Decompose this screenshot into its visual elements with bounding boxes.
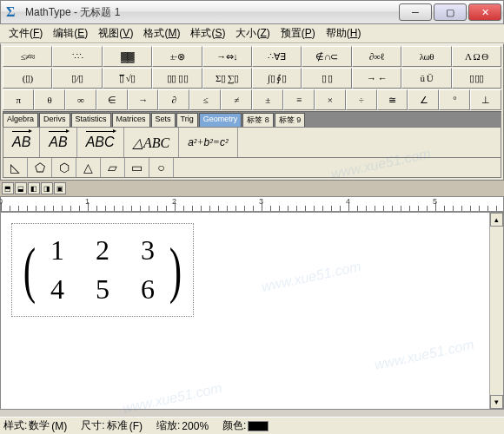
shape-button[interactable]: △ — [76, 158, 101, 177]
maximize-button[interactable]: ▢ — [434, 3, 467, 21]
shape-button[interactable]: ○ — [149, 158, 174, 177]
symbol-cell[interactable]: ±·⊗ — [152, 46, 202, 67]
symbol-cell[interactable]: ∴∀∃ — [252, 46, 302, 67]
matrix-cell[interactable]: 2 — [96, 234, 109, 266]
shape-button[interactable]: ◺ — [3, 158, 28, 177]
symbol-cell[interactable]: ∫▯ ∮▯ — [252, 68, 302, 89]
symbol-cell[interactable]: ± — [252, 89, 283, 110]
scroll-up-button[interactable]: ▴ — [490, 213, 503, 227]
symbol-cell[interactable]: Λ Ω Θ — [452, 46, 501, 67]
symbol-cell[interactable]: ∞ — [65, 89, 96, 110]
tab-标签 8[interactable]: 标签 8 — [242, 113, 274, 127]
tab-algebra[interactable]: Algebra — [3, 113, 38, 127]
symbol-cell[interactable]: ≤≠≈ — [3, 46, 52, 67]
tab-标签 9[interactable]: 标签 9 — [275, 113, 306, 127]
tab-geometry[interactable]: Geometry — [199, 113, 242, 127]
matrix: ( 123456 ) — [19, 227, 186, 312]
equation-selection[interactable]: ( 123456 ) — [11, 223, 194, 317]
app-icon: Σ — [6, 4, 22, 20]
extra-btn[interactable]: ◨ — [41, 182, 53, 194]
symbol-cell[interactable]: ≠ — [221, 89, 252, 110]
close-button[interactable]: ✕ — [468, 3, 501, 21]
ruler: 012345 — [0, 196, 504, 212]
matrix-cell[interactable]: 4 — [50, 273, 64, 306]
menu-v[interactable]: 视图(V) — [93, 24, 138, 43]
template-button[interactable]: a²+b²=c² — [179, 128, 237, 157]
vertical-scrollbar[interactable]: ▴ ▾ — [489, 213, 503, 409]
symbol-cell[interactable]: ▓▓ — [103, 46, 152, 67]
left-paren-icon: ( — [23, 242, 36, 299]
menu-e[interactable]: 编辑(E) — [48, 24, 93, 43]
menu-p[interactable]: 预置(P) — [275, 24, 321, 43]
symbol-cell[interactable]: ∉∩⊂ — [302, 46, 351, 67]
symbol-cell[interactable]: θ — [34, 89, 65, 110]
tab-matrices[interactable]: Matrices — [112, 113, 150, 127]
menu-h[interactable]: 帮助(H) — [321, 24, 367, 43]
menu-f[interactable]: 文件(F) — [3, 24, 48, 43]
symbol-cell[interactable]: × — [315, 89, 346, 110]
tab-derivs[interactable]: Derivs — [39, 113, 70, 127]
symbol-cell[interactable]: ÷ — [346, 89, 377, 110]
symbol-cell[interactable]: ▯▯▯ — [452, 68, 501, 89]
symbol-cell[interactable]: ∂ — [158, 89, 189, 110]
symbol-cell[interactable]: π — [3, 89, 34, 110]
menu-m[interactable]: 格式(M) — [138, 24, 185, 43]
symbol-cell[interactable]: ∵∴ — [52, 46, 102, 67]
menu-z[interactable]: 大小(Z) — [230, 24, 275, 43]
tab-statistics[interactable]: Statistics — [71, 113, 111, 127]
status-size[interactable]: 尺寸: 标准 (F) — [81, 418, 143, 433]
template-button[interactable]: ABC — [77, 128, 124, 157]
tab-trig[interactable]: Trig — [176, 113, 198, 127]
symbol-cell[interactable]: ° — [439, 89, 470, 110]
symbol-cell[interactable]: ∂∞ℓ — [352, 46, 401, 67]
status-color[interactable]: 颜色: — [222, 418, 269, 433]
matrix-cell[interactable]: 5 — [96, 273, 109, 306]
extra-btn[interactable]: ◧ — [28, 182, 40, 194]
shape-button[interactable]: ⬠ — [28, 158, 52, 177]
shape-button[interactable]: ▱ — [101, 158, 125, 177]
statusbar: 样式: 数学 (M) 尺寸: 标准 (F) 缩放: 200% 颜色: — [0, 417, 504, 434]
symbol-palette: ≤≠≈∵∴▓▓±·⊗→⇔↓∴∀∃∉∩⊂∂∞ℓλωθΛ Ω Θ (▯)▯/▯▯̅ … — [0, 43, 504, 181]
matrix-cell[interactable]: 1 — [50, 234, 64, 266]
symbol-cell[interactable]: ≤ — [189, 89, 221, 110]
symbol-cell[interactable]: ≡ — [283, 89, 315, 110]
symbol-cell[interactable]: ▯ ▯ — [302, 68, 351, 89]
symbol-cell[interactable]: → — [128, 89, 159, 110]
menubar: 文件(F)编辑(E)视图(V)格式(M)样式(S)大小(Z)预置(P)帮助(H) — [0, 24, 504, 43]
symbol-cell[interactable]: → ← — [352, 68, 401, 89]
symbol-cell[interactable]: Σ▯ ∑▯ — [202, 68, 252, 89]
symbol-cell[interactable]: ⊥ — [470, 89, 501, 110]
matrix-cell[interactable]: 3 — [141, 234, 155, 266]
matrix-cell[interactable]: 6 — [141, 273, 155, 306]
symbol-cell[interactable]: ∈ — [96, 89, 128, 110]
symbol-cell[interactable]: →⇔↓ — [202, 46, 252, 67]
symbol-cell[interactable]: ▯̅ √▯ — [103, 68, 152, 89]
symbol-cell[interactable]: ▯▯ ▯▯ — [152, 68, 202, 89]
extra-btn[interactable]: ⬓ — [15, 182, 27, 194]
symbol-cell[interactable]: ū Ū — [401, 68, 451, 89]
template-button[interactable]: AB — [3, 128, 40, 157]
symbol-cell[interactable]: (▯) — [3, 68, 52, 89]
symbol-cell[interactable]: ▯/▯ — [52, 68, 102, 89]
extra-btn[interactable]: ⬒ — [2, 182, 14, 194]
status-style[interactable]: 样式: 数学 (M) — [3, 418, 67, 433]
status-zoom[interactable]: 缩放: 200% — [156, 418, 209, 433]
minimize-button[interactable]: ─ — [399, 3, 432, 21]
symbol-cell[interactable]: ∠ — [408, 89, 439, 110]
extra-btn[interactable]: ▣ — [54, 182, 66, 194]
right-paren-icon: ) — [169, 242, 182, 299]
template-button[interactable]: △ABC — [124, 128, 180, 157]
tab-sets[interactable]: Sets — [151, 113, 176, 127]
shape-row: ◺⬠⬡△▱▭○ — [3, 158, 501, 178]
titlebar: Σ MathType - 无标题 1 ─ ▢ ✕ — [0, 0, 504, 24]
equation-editor[interactable]: ( 123456 ) ▴ ▾ — [0, 212, 504, 410]
shape-button[interactable]: ▭ — [125, 158, 149, 177]
scroll-down-button[interactable]: ▾ — [490, 395, 503, 409]
color-swatch — [248, 421, 269, 431]
template-tabs: AlgebraDerivsStatisticsMatricesSetsTrigG… — [3, 111, 501, 127]
symbol-cell[interactable]: λωθ — [401, 46, 451, 67]
symbol-cell[interactable]: ≅ — [377, 89, 408, 110]
shape-button[interactable]: ⬡ — [52, 158, 76, 177]
menu-s[interactable]: 样式(S) — [185, 24, 230, 43]
template-button[interactable]: AB — [40, 128, 76, 157]
